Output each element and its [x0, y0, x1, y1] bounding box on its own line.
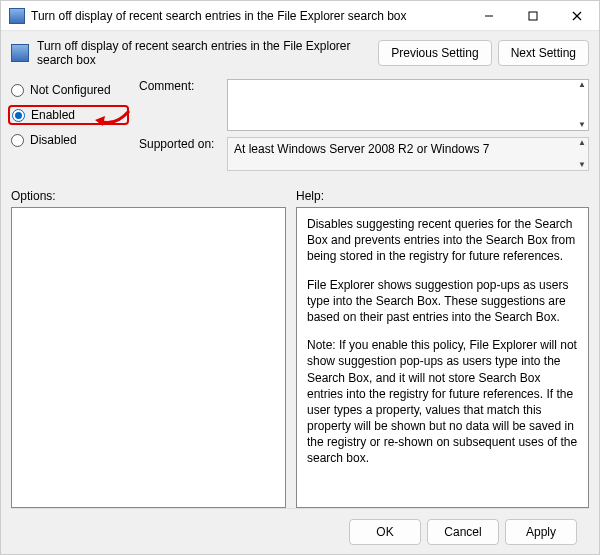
dialog-footer: OK Cancel Apply	[11, 508, 589, 554]
minimize-button[interactable]	[467, 1, 511, 30]
options-label: Options:	[11, 189, 296, 203]
help-label: Help:	[296, 189, 324, 203]
caret-down-icon[interactable]: ▼	[578, 162, 586, 168]
ok-button[interactable]: OK	[349, 519, 421, 545]
radio-label: Disabled	[30, 133, 77, 147]
help-paragraph: Disables suggesting recent queries for t…	[307, 216, 578, 265]
caret-up-icon[interactable]: ▲	[578, 82, 586, 88]
setting-icon	[11, 44, 29, 62]
annotation-arrow-icon	[93, 107, 131, 135]
policy-editor-window: Turn off display of recent search entrie…	[0, 0, 600, 555]
svg-rect-1	[529, 12, 537, 20]
radio-label: Enabled	[31, 108, 75, 122]
caret-up-icon[interactable]: ▲	[578, 140, 586, 146]
radio-label: Not Configured	[30, 83, 111, 97]
window-title: Turn off display of recent search entrie…	[31, 9, 467, 23]
help-paragraph: Note: If you enable this policy, File Ex…	[307, 337, 578, 467]
radio-not-configured[interactable]: Not Configured	[11, 83, 129, 97]
radio-dot-icon	[12, 109, 25, 122]
apply-button[interactable]: Apply	[505, 519, 577, 545]
policy-icon	[9, 8, 25, 24]
options-panel	[11, 207, 286, 508]
maximize-button[interactable]	[511, 1, 555, 30]
supported-on-label: Supported on:	[139, 137, 227, 171]
supported-on-value: At least Windows Server 2008 R2 or Windo…	[227, 137, 589, 171]
cancel-button[interactable]: Cancel	[427, 519, 499, 545]
help-panel: Disables suggesting recent queries for t…	[296, 207, 589, 508]
close-button[interactable]	[555, 1, 599, 30]
titlebar: Turn off display of recent search entrie…	[1, 1, 599, 31]
radio-disabled[interactable]: Disabled	[11, 133, 129, 147]
radio-dot-icon	[11, 84, 24, 97]
caret-down-icon[interactable]: ▼	[578, 122, 586, 128]
next-setting-button[interactable]: Next Setting	[498, 40, 589, 66]
radio-dot-icon	[11, 134, 24, 147]
comment-textarea[interactable]: ▲ ▼	[227, 79, 589, 131]
help-paragraph: File Explorer shows suggestion pop-ups a…	[307, 277, 578, 326]
comment-label: Comment:	[139, 79, 227, 131]
setting-name: Turn off display of recent search entrie…	[37, 39, 370, 67]
previous-setting-button[interactable]: Previous Setting	[378, 40, 491, 66]
